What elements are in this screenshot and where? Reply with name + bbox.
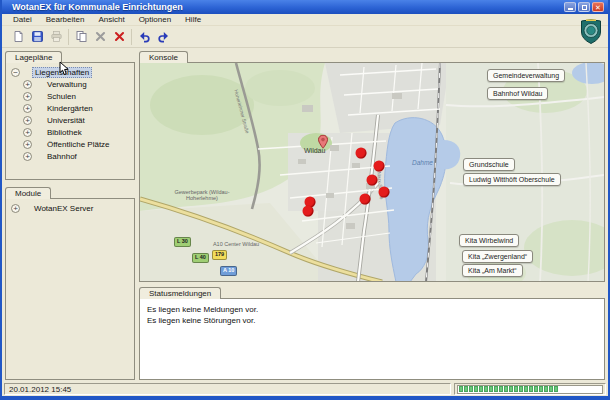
expand-icon[interactable]: + (23, 92, 32, 101)
progress-segment (534, 386, 538, 392)
progress-segment (484, 386, 488, 392)
alert-marker[interactable] (374, 161, 385, 172)
minimize-button[interactable] (564, 2, 576, 12)
main-area: Konsole (139, 50, 605, 380)
tab-lageplaene[interactable]: Lagepläne (5, 51, 62, 63)
tree-item-wotanex-server[interactable]: +WotanEX Server (8, 202, 132, 214)
content-area: Lagepläne −Liegenschaften+Verwaltung+Sch… (2, 48, 608, 382)
cut-icon[interactable] (92, 29, 108, 45)
statusbar-datetime-cell: 20.01.2012 15:45 (4, 383, 451, 395)
progress-segment (529, 386, 533, 392)
window-title: WotanEX für Kommunale Einrichtungen (12, 2, 183, 12)
expand-icon[interactable]: + (23, 104, 32, 113)
alert-marker[interactable] (360, 194, 371, 205)
road-shield: 179 (212, 250, 227, 260)
toolbar-group (131, 29, 175, 45)
menu-item-bearbeiten[interactable]: Bearbeiten (39, 15, 92, 24)
progress-segment (549, 386, 553, 392)
expand-icon[interactable]: + (23, 152, 32, 161)
module-pane: Module +WotanEX Server (5, 186, 135, 380)
redo-icon[interactable] (155, 29, 171, 45)
expand-icon[interactable]: + (23, 140, 32, 149)
tree-item-schulen[interactable]: +Schulen (8, 90, 132, 102)
title-bar[interactable]: WotanEX für Kommunale Einrichtungen ✕ (2, 0, 608, 14)
new-icon[interactable] (10, 29, 26, 45)
tab-konsole[interactable]: Konsole (139, 51, 188, 63)
expand-icon[interactable]: + (23, 80, 32, 89)
statusbar-progress-cell (454, 383, 606, 395)
tree-item-bahnhof[interactable]: +Bahnhof (8, 150, 132, 162)
map-place-label: Dahme (412, 159, 433, 166)
menu-item-datei[interactable]: Datei (6, 15, 39, 24)
tree-item-verwaltung[interactable]: +Verwaltung (8, 78, 132, 90)
alert-marker[interactable] (367, 175, 378, 186)
menu-bar: DateiBearbeitenAnsichtOptionenHilfe (2, 14, 608, 26)
menu-item-ansicht[interactable]: Ansicht (91, 15, 131, 24)
progress-segment (474, 386, 478, 392)
progress-segment (469, 386, 473, 392)
facility-button[interactable]: Ludwig Witthöft Oberschule (463, 173, 561, 186)
status-messages: Es liegen keine Meldungen vor.Es liegen … (139, 298, 605, 380)
menu-item-hilfe[interactable]: Hilfe (178, 15, 208, 24)
tree-item-bibliothek[interactable]: +Bibliothek (8, 126, 132, 138)
delete-icon[interactable] (111, 29, 127, 45)
alert-marker[interactable] (303, 206, 314, 217)
location-pin-icon (318, 135, 329, 153)
facility-button[interactable]: Grundschule (463, 158, 515, 171)
tab-statusmeldungen[interactable]: Statusmeldungen (139, 287, 221, 299)
facility-button[interactable]: Kita „Zwergenland“ (462, 250, 533, 263)
expand-icon[interactable]: + (23, 128, 32, 137)
maximize-button[interactable] (578, 2, 590, 12)
progress-segment (494, 386, 498, 392)
tab-module[interactable]: Module (5, 187, 51, 199)
save-icon[interactable] (29, 29, 45, 45)
progress-segment (489, 386, 493, 392)
tree-item-label: Universität (45, 116, 87, 125)
tree-item-öffentliche-plätze[interactable]: +Öffentliche Plätze (8, 138, 132, 150)
facility-button[interactable]: Gemeindeverwaltung (487, 69, 565, 82)
lageplaene-tree: −Liegenschaften+Verwaltung+Schulen+Kinde… (5, 62, 135, 180)
map-place-label: Gewerbepark (Wildau-Hoherlehme) (166, 189, 238, 202)
expand-icon[interactable]: + (23, 116, 32, 125)
facility-button[interactable]: Kita Wirbelwind (459, 234, 519, 247)
tree-item-label: Öffentliche Plätze (45, 140, 112, 149)
print-icon[interactable] (48, 29, 64, 45)
collapse-icon[interactable]: − (11, 68, 20, 77)
facility-button[interactable]: Bahnhof Wildau (487, 87, 548, 100)
tree-item-label: WotanEX Server (32, 204, 95, 213)
undo-icon[interactable] (136, 29, 152, 45)
progress-bar (457, 385, 603, 394)
tree-item-label: Schulen (45, 92, 78, 101)
map-canvas[interactable]: WildauDahmeGewerbepark (Wildau-Hoherlehm… (139, 62, 605, 282)
progress-segment (519, 386, 523, 392)
menu-item-optionen[interactable]: Optionen (132, 15, 178, 24)
close-button[interactable]: ✕ (592, 2, 604, 12)
road-shield: L 40 (192, 253, 209, 263)
tree-item-universität[interactable]: +Universität (8, 114, 132, 126)
progress-segment (459, 386, 463, 392)
status-message: Es liegen keine Meldungen vor. (147, 304, 597, 315)
tree-item-label: Verwaltung (45, 80, 89, 89)
toolbar-group (6, 29, 68, 45)
status-bar: 20.01.2012 15:45 (2, 382, 608, 396)
progress-segment (514, 386, 518, 392)
tree-item-liegenschaften[interactable]: −Liegenschaften (8, 66, 132, 78)
road-shield: A 10 (220, 266, 237, 276)
municipal-crest-logo (580, 18, 602, 45)
progress-segment (509, 386, 513, 392)
konsole-pane: Konsole (139, 50, 605, 282)
alert-marker[interactable] (379, 187, 390, 198)
left-sidebar: Lagepläne −Liegenschaften+Verwaltung+Sch… (5, 50, 135, 380)
tree-item-kindergärten[interactable]: +Kindergärten (8, 102, 132, 114)
toolbar-group (68, 29, 131, 45)
app-window: WotanEX für Kommunale Einrichtungen ✕ Da… (0, 0, 610, 400)
copy-icon[interactable] (73, 29, 89, 45)
toolbar (2, 26, 608, 48)
progress-segment (504, 386, 508, 392)
progress-segment (464, 386, 468, 392)
progress-segment (544, 386, 548, 392)
alert-marker[interactable] (356, 148, 367, 159)
facility-button[interactable]: Kita „Am Markt“ (462, 264, 523, 277)
expand-icon[interactable]: + (11, 204, 20, 213)
progress-segment (524, 386, 528, 392)
